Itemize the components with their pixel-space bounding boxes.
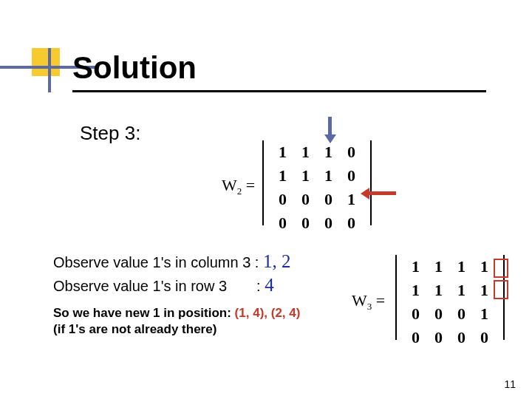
cell: 1 [427,279,450,302]
w3-symbol: W [352,291,367,310]
page-title: Solution [72,50,197,86]
cell: 0 [450,326,473,349]
cell: 1 [271,164,294,188]
title-underline [72,90,486,92]
w2-matrix-table: 1110 1110 0001 0000 [271,140,363,235]
w2-matrix: 1110 1110 0001 0000 [262,140,372,225]
blue-vertical-line [48,48,51,92]
table-row: 1110 [271,140,363,164]
page-number: 11 [504,378,516,390]
w3-matrix-table: 1111 1111 0001 0000 [404,255,496,349]
cell: 0 [427,326,450,349]
cell: 1 [450,279,473,302]
observe-row-colon: : [256,278,265,294]
conclusion-line-2: (if 1's are not already there) [53,322,216,337]
cell: 0 [404,326,427,349]
cell: 0 [294,188,317,211]
down-arrow-icon [324,117,335,143]
w3-equals-label: W3 = [352,291,385,313]
cell: 1 [294,140,317,164]
cell: 1 [473,302,496,326]
cell: 0 [294,211,317,235]
conclusion-line-1: So we have new 1 in position: (1, 4), (2… [53,306,300,321]
observe-row-prefix: Observe value 1's in row 3 [53,278,227,294]
table-row: 1111 [404,255,496,279]
cell: 0 [427,302,450,326]
observe-column-text: Observe value 1's in column 3 : 1, 2 [53,251,290,272]
cell: 0 [340,140,363,164]
cell: 1 [294,164,317,188]
matrix-left-bar [395,255,397,340]
observe-row-text: Observe value 1's in row 3: 4 [53,275,274,296]
conclusion-positions: (1, 4), (2, 4) [235,306,301,320]
cell: 1 [340,188,363,211]
w3-matrix: 1111 1111 0001 0000 [395,255,505,340]
conclusion-prefix: So we have new 1 in position: [53,306,235,320]
table-row: 0000 [404,326,496,349]
w2-symbol: W [222,176,237,194]
cell: 1 [404,279,427,302]
w2-equals-label: W2 = [222,176,255,197]
cell: 1 [473,255,496,279]
cell: 0 [317,211,340,235]
observe-column-value: 1, 2 [263,251,291,271]
cell: 1 [404,255,427,279]
cell: 1 [427,255,450,279]
cell: 1 [450,255,473,279]
step-label: Step 3: [80,122,140,145]
cell: 0 [317,188,340,211]
cell: 0 [271,188,294,211]
highlight-box-1-4 [494,259,508,278]
left-arrow-icon [361,188,396,198]
cell: 0 [404,302,427,326]
table-row: 1110 [271,164,363,188]
table-row: 0000 [271,211,363,235]
matrix-left-bar [262,140,264,225]
observe-row-value: 4 [265,275,274,295]
cell: 0 [473,326,496,349]
w2-equals: = [242,176,255,194]
cell: 1 [317,140,340,164]
matrix-right-bar [370,140,372,225]
table-row: 1111 [404,279,496,302]
cell: 0 [450,302,473,326]
highlight-box-2-4 [494,280,508,299]
table-row: 0001 [271,188,363,211]
cell: 0 [340,164,363,188]
cell: 0 [271,211,294,235]
cell: 1 [317,164,340,188]
observe-column-prefix: Observe value 1's in column 3 : [53,254,263,270]
cell: 0 [340,211,363,235]
cell: 1 [271,140,294,164]
table-row: 0001 [404,302,496,326]
yellow-square [32,48,60,76]
w3-equals: = [372,291,385,310]
cell: 1 [473,279,496,302]
